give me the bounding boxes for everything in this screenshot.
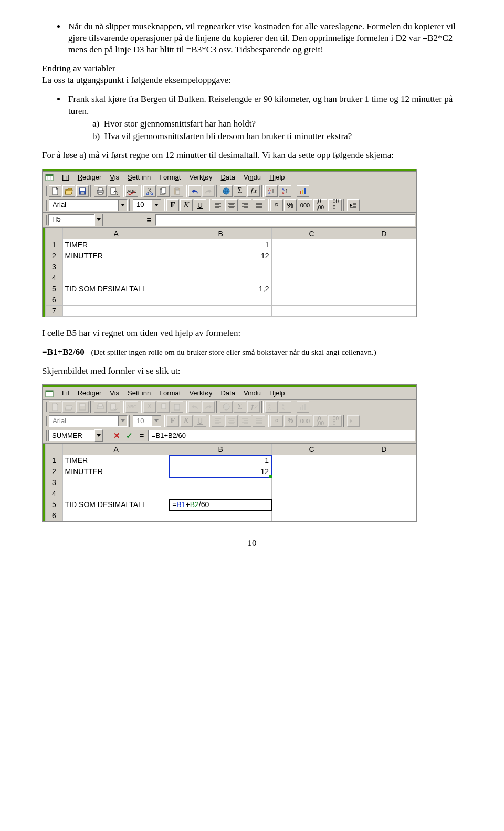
- cell-B1[interactable]: 1: [170, 455, 271, 466]
- row-header-4[interactable]: 4: [45, 272, 62, 283]
- cell-A7[interactable]: [62, 305, 170, 316]
- col-header-D[interactable]: D: [352, 444, 416, 455]
- formula-input[interactable]: [155, 214, 415, 226]
- italic-button[interactable]: K: [180, 199, 193, 211]
- sheet-grid[interactable]: A B C D 1 TIMER 1 2 MINUTTER 12 3 4: [43, 444, 416, 521]
- decrease-decimal-icon[interactable]: ,00,0: [328, 199, 342, 211]
- chart-icon[interactable]: [297, 185, 309, 197]
- col-header-B[interactable]: B: [170, 228, 271, 239]
- cell-A4[interactable]: [62, 488, 170, 499]
- cell-C5[interactable]: [271, 283, 352, 294]
- cell-B4[interactable]: [170, 488, 271, 499]
- cell-A2[interactable]: MINUTTER: [62, 466, 170, 477]
- undo-icon[interactable]: [188, 185, 201, 197]
- chevron-down-icon[interactable]: [118, 200, 127, 211]
- col-header-A[interactable]: A: [62, 228, 170, 239]
- cell-A4[interactable]: [62, 272, 170, 283]
- select-all-corner[interactable]: [45, 228, 62, 239]
- cell-A5[interactable]: TID SOM DESIMALTALL: [62, 499, 170, 510]
- menu-verktoy[interactable]: Verktøy: [185, 173, 216, 183]
- align-right-icon[interactable]: [239, 199, 251, 211]
- cell-C5[interactable]: [271, 499, 352, 510]
- row-header-1[interactable]: 1: [45, 239, 62, 250]
- col-header-C[interactable]: C: [271, 228, 352, 239]
- cell-C4[interactable]: [271, 272, 352, 283]
- cell-reference-box[interactable]: SUMMER: [48, 430, 94, 441]
- row-header-4[interactable]: 4: [45, 488, 62, 499]
- cell-B5[interactable]: 1,2: [170, 283, 271, 294]
- cell-D4[interactable]: [352, 488, 416, 499]
- cell-B7[interactable]: [170, 305, 271, 316]
- menu-format[interactable]: Format: [155, 173, 184, 183]
- cell-D6[interactable]: [352, 294, 416, 305]
- sort-asc-icon[interactable]: AA: [265, 185, 278, 197]
- cell-B6[interactable]: [170, 294, 271, 305]
- row-header-5[interactable]: 5: [45, 283, 62, 294]
- cell-reference-box[interactable]: H5: [48, 214, 94, 226]
- print-preview-icon[interactable]: [108, 185, 120, 197]
- row-header-6[interactable]: 6: [45, 510, 62, 521]
- open-icon[interactable]: [62, 185, 75, 197]
- menu-settinn[interactable]: Sett inn: [124, 388, 154, 398]
- cell-D5[interactable]: [352, 283, 416, 294]
- underline-button[interactable]: U: [194, 199, 206, 211]
- cell-A1[interactable]: TIMER: [62, 239, 170, 250]
- cell-A1[interactable]: TIMER: [62, 455, 170, 466]
- cell-C2[interactable]: [271, 250, 352, 261]
- indent-decrease-icon[interactable]: [347, 199, 360, 211]
- menu-vindu[interactable]: Vindu: [240, 388, 265, 398]
- cell-C6[interactable]: [271, 294, 352, 305]
- col-header-C[interactable]: C: [271, 444, 352, 455]
- row-header-3[interactable]: 3: [45, 477, 62, 488]
- menu-vis[interactable]: Vis: [106, 388, 123, 398]
- cell-A6[interactable]: [62, 510, 170, 521]
- save-icon[interactable]: [76, 185, 89, 197]
- size-combo[interactable]: 10: [133, 199, 161, 211]
- function-icon[interactable]: ƒ𝑥: [247, 185, 260, 197]
- col-header-A[interactable]: A: [62, 444, 170, 455]
- menu-data[interactable]: Data: [217, 173, 238, 183]
- menu-hjelp[interactable]: Hjelp: [266, 388, 289, 398]
- cell-D5[interactable]: [352, 499, 416, 510]
- cell-C2[interactable]: [271, 466, 352, 477]
- cell-A3[interactable]: [62, 261, 170, 272]
- cell-A5[interactable]: TID SOM DESIMALTALL: [62, 283, 170, 294]
- cell-B5[interactable]: =B1+B2/60: [170, 499, 271, 510]
- equals-icon[interactable]: =: [143, 214, 155, 226]
- bold-button[interactable]: F: [166, 199, 179, 211]
- cell-D3[interactable]: [352, 261, 416, 272]
- redo-icon[interactable]: [202, 185, 215, 197]
- cell-C6[interactable]: [271, 510, 352, 521]
- spellcheck-icon[interactable]: ABC: [125, 185, 138, 197]
- cell-C4[interactable]: [271, 488, 352, 499]
- copy-icon[interactable]: [157, 185, 170, 197]
- formula-input[interactable]: =B1+B2/60: [148, 430, 415, 441]
- chevron-down-icon[interactable]: [94, 429, 103, 442]
- font-combo[interactable]: Arial: [49, 199, 128, 211]
- cell-B6[interactable]: [170, 510, 271, 521]
- hyperlink-icon[interactable]: [220, 185, 233, 197]
- menu-vis[interactable]: Vis: [106, 173, 123, 183]
- chevron-down-icon[interactable]: [152, 200, 161, 211]
- cell-A2[interactable]: MINUTTER: [62, 250, 170, 261]
- menu-settinn[interactable]: Sett inn: [124, 173, 154, 183]
- cell-B1[interactable]: 1: [170, 239, 271, 250]
- cancel-formula-icon[interactable]: ✕: [110, 430, 123, 441]
- menu-rediger[interactable]: Rediger: [74, 388, 106, 398]
- cell-A3[interactable]: [62, 477, 170, 488]
- row-header-5[interactable]: 5: [45, 499, 62, 510]
- cell-C1[interactable]: [271, 455, 352, 466]
- menu-data[interactable]: Data: [217, 388, 238, 398]
- print-icon[interactable]: [94, 185, 107, 197]
- cell-D4[interactable]: [352, 272, 416, 283]
- accept-formula-icon[interactable]: ✓: [123, 430, 135, 441]
- cell-D2[interactable]: [352, 250, 416, 261]
- cell-C3[interactable]: [271, 477, 352, 488]
- cell-C1[interactable]: [271, 239, 352, 250]
- cut-icon[interactable]: [143, 185, 156, 197]
- align-left-icon[interactable]: [212, 199, 224, 211]
- cell-A6[interactable]: [62, 294, 170, 305]
- menu-vindu[interactable]: Vindu: [240, 173, 265, 183]
- menu-rediger[interactable]: Rediger: [74, 173, 106, 183]
- cell-B4[interactable]: [170, 272, 271, 283]
